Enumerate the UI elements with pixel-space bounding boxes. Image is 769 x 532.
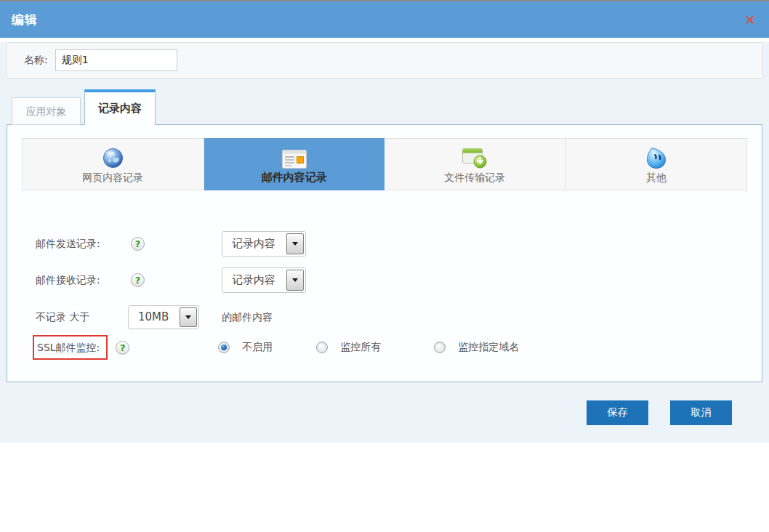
- dropdown-arrow-button[interactable]: [180, 307, 197, 327]
- type-mail-content[interactable]: 邮件内容记录: [204, 138, 385, 190]
- page: 编辑 ✕ 名称: 应用对象 记录内容: [0, 0, 769, 532]
- mail-settings-form: 邮件发送记录: ? 记录内容 邮件接收记录: ? 记录内容: [7, 190, 762, 382]
- close-icon[interactable]: ✕: [744, 13, 756, 27]
- radio-button-icon[interactable]: [218, 342, 230, 353]
- radio-label: 监控指定域名: [458, 341, 519, 354]
- help-icon[interactable]: ?: [131, 273, 145, 287]
- record-content-panel: 网页内容记录: [7, 124, 762, 382]
- tab-label: 应用对象: [26, 105, 67, 117]
- file-transfer-icon: [462, 145, 487, 169]
- type-label: 其他: [646, 172, 667, 185]
- size-limit-select[interactable]: 10MB: [128, 305, 199, 329]
- selected-value: 记录内容: [222, 268, 285, 292]
- cancel-button[interactable]: 取消: [670, 400, 732, 425]
- content-type-bar: 网页内容记录: [22, 138, 747, 190]
- radio-option-monitor-specified-domains[interactable]: 监控指定域名: [434, 341, 519, 354]
- dialog-title: 编辑: [12, 12, 38, 28]
- type-file-transfer[interactable]: 文件传输记录: [384, 139, 566, 190]
- size-limit-prefix-label: 不记录 大于: [36, 311, 128, 324]
- type-label: 邮件内容记录: [262, 171, 327, 185]
- size-limit-suffix-label: 的邮件内容: [222, 311, 273, 324]
- type-other[interactable]: 其他: [566, 139, 747, 190]
- mail-receive-record-label: 邮件接收记录:: [36, 274, 131, 287]
- edit-dialog: 编辑 ✕ 名称: 应用对象 记录内容: [0, 0, 769, 443]
- mail-receive-record-row: 邮件接收记录: ? 记录内容: [36, 267, 762, 293]
- radio-label: 不启用: [242, 341, 273, 354]
- dialog-header: 编辑 ✕: [0, 1, 769, 38]
- type-label: 文件传输记录: [444, 172, 505, 185]
- radio-button-icon[interactable]: [316, 342, 328, 353]
- radio-option-disable[interactable]: 不启用: [218, 341, 273, 354]
- ssl-monitor-options: 不启用 监控所有 监控指定域名: [218, 341, 519, 354]
- name-row: 名称:: [6, 42, 763, 78]
- mail-send-record-row: 邮件发送记录: ? 记录内容: [36, 231, 762, 257]
- ssl-monitor-highlight-box: SSL邮件监控:: [33, 335, 108, 360]
- save-button[interactable]: 保存: [587, 400, 648, 425]
- tab-bar: 应用对象 记录内容: [0, 89, 769, 125]
- dropdown-arrow-button[interactable]: [286, 233, 304, 254]
- dialog-body: 名称: 应用对象 记录内容: [0, 42, 769, 443]
- dialog-footer: 保存 取消: [0, 400, 732, 425]
- tab-label: 记录内容: [98, 102, 142, 115]
- radio-option-monitor-all[interactable]: 监控所有: [316, 341, 381, 354]
- mail-icon: [282, 144, 307, 169]
- chevron-down-icon: [292, 242, 298, 246]
- mail-receive-record-select[interactable]: 记录内容: [222, 267, 306, 293]
- type-web-content[interactable]: 网页内容记录: [23, 139, 204, 190]
- mail-send-record-label: 邮件发送记录:: [36, 238, 131, 251]
- name-input[interactable]: [55, 49, 177, 71]
- tab-application-object[interactable]: 应用对象: [12, 97, 81, 125]
- selected-value: 记录内容: [222, 232, 285, 256]
- mail-send-record-select[interactable]: 记录内容: [222, 231, 306, 257]
- chevron-down-icon: [185, 315, 191, 319]
- help-icon[interactable]: ?: [131, 237, 145, 251]
- help-icon[interactable]: ?: [116, 341, 129, 355]
- ssl-monitor-row: SSL邮件监控: ? 不启用 监控所有: [36, 335, 762, 360]
- selected-value: 10MB: [129, 306, 178, 329]
- chevron-down-icon: [292, 278, 298, 282]
- name-label: 名称:: [24, 54, 48, 67]
- size-limit-row: 不记录 大于 10MB 的邮件内容: [36, 305, 762, 329]
- ssl-monitor-label: SSL邮件监控:: [37, 342, 100, 353]
- dropdown-arrow-button[interactable]: [286, 270, 304, 291]
- radio-label: 监控所有: [340, 341, 381, 354]
- type-label: 网页内容记录: [82, 172, 143, 185]
- globe-icon: [102, 145, 124, 169]
- tab-record-content[interactable]: 记录内容: [84, 89, 156, 125]
- radio-button-icon[interactable]: [434, 342, 446, 353]
- chat-bubble-icon: [645, 145, 667, 169]
